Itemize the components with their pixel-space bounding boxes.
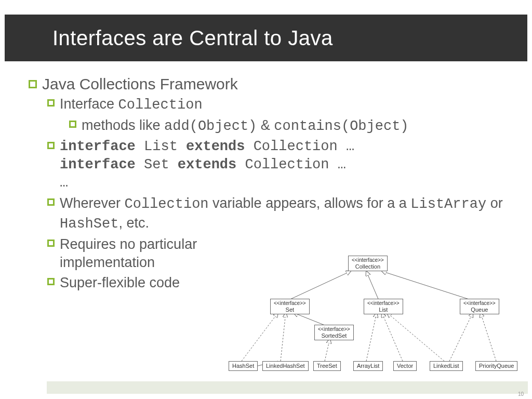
bullet-icon <box>47 99 55 107</box>
node-treeset: TreeSet <box>313 361 341 371</box>
node-sortedset: <<interface>> SortedSet <box>314 325 354 340</box>
bullet-text: Java Collections Framework <box>42 75 522 93</box>
bullet-icon <box>47 142 55 149</box>
node-collection: <<interface>> Collection <box>348 256 388 271</box>
title-bar: Interfaces are Central to Java <box>5 15 527 61</box>
bullet-text: Requires no particular implementation <box>60 235 234 272</box>
page-number: 10 <box>518 391 524 397</box>
node-linkedlist: LinkedList <box>430 361 463 371</box>
bullet-icon <box>47 240 55 247</box>
bullet-l2-extends: interface List extends Collection … inte… <box>47 138 522 192</box>
svg-line-2 <box>382 271 475 301</box>
node-priorityqueue: PriorityQueue <box>475 361 517 371</box>
svg-line-0 <box>286 271 351 301</box>
node-arraylist: ArrayList <box>353 361 383 371</box>
svg-line-5 <box>281 313 286 361</box>
bullet-l1: Java Collections Framework <box>29 75 522 93</box>
svg-line-1 <box>366 271 379 301</box>
bullet-icon <box>47 278 55 285</box>
bullet-l2-interface-collection: Interface Collection <box>47 95 522 114</box>
svg-line-7 <box>325 339 330 361</box>
bullet-l3-methods: methods like add(Object) & contains(Obje… <box>69 116 522 136</box>
bullet-text: Interface Collection <box>60 95 522 114</box>
svg-line-11 <box>449 313 473 361</box>
svg-line-9 <box>382 313 403 361</box>
bullet-text: interface List extends Collection … inte… <box>60 138 522 192</box>
svg-line-10 <box>387 313 444 361</box>
bullet-icon <box>69 121 76 128</box>
bullet-l2-flexible: Super-flexible code <box>47 274 182 292</box>
bullet-text: Super-flexible code <box>60 274 182 292</box>
node-vector: Vector <box>393 361 417 371</box>
bullet-text: Wherever Collection variable appears, al… <box>60 194 522 233</box>
bullet-icon <box>29 80 37 88</box>
slide-title: Interfaces are Central to Java <box>52 26 333 50</box>
bullet-l2-requires: Requires no particular implementation <box>47 235 234 272</box>
bullet-icon <box>47 198 55 206</box>
bullet-text: methods like add(Object) & contains(Obje… <box>82 116 522 136</box>
node-linkedhashset: LinkedHashSet <box>262 361 309 371</box>
slide: Interfaces are Central to Java Java Coll… <box>0 0 532 399</box>
svg-line-12 <box>481 313 496 361</box>
node-hashset: HashSet <box>229 361 258 371</box>
svg-line-8 <box>366 313 377 361</box>
node-queue: <<interface>> Queue <box>460 299 499 314</box>
node-set: <<interface>> Set <box>270 299 310 314</box>
node-list: <<interface>> List <box>364 299 403 314</box>
bullet-l2-wherever: Wherever Collection variable appears, al… <box>47 194 522 233</box>
footer-bar <box>47 381 528 394</box>
svg-line-4 <box>242 313 278 361</box>
collections-diagram: <<interface>> Collection <<interface>> S… <box>226 255 527 374</box>
